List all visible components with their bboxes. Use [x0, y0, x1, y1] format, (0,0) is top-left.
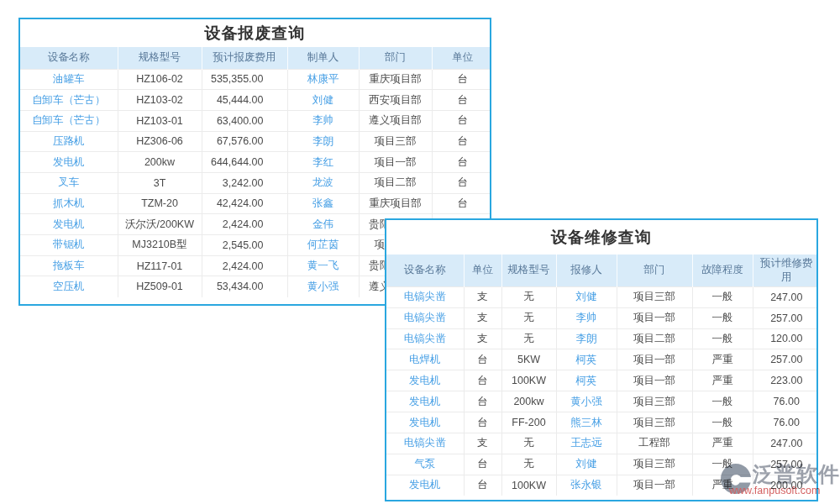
data-cell: 严重 — [692, 433, 753, 454]
data-cell: TZM-20 — [118, 193, 202, 214]
link-cell[interactable]: 自卸车（芒古） — [20, 90, 118, 111]
link-cell[interactable]: 拖板车 — [20, 255, 118, 276]
link-cell[interactable]: 发电机 — [20, 214, 118, 235]
link-cell[interactable]: 何芷茵 — [287, 235, 359, 256]
link-cell[interactable]: 刘健 — [556, 286, 617, 307]
column-header: 设备名称 — [386, 255, 464, 286]
link-cell[interactable]: 油罐车 — [20, 69, 118, 90]
link-cell[interactable]: 王志远 — [556, 433, 617, 454]
data-cell: 无 — [501, 286, 556, 307]
data-cell: 2,424.00 — [202, 214, 287, 235]
link-cell[interactable]: 发电机 — [386, 412, 464, 433]
link-cell[interactable]: 黄小强 — [287, 276, 359, 297]
data-cell: 100KW — [501, 475, 556, 496]
link-cell[interactable]: 柯英 — [556, 370, 617, 391]
table-row: 压路机HZ306-0667,576.00李朗项目三部台 — [20, 131, 491, 152]
data-cell: 支 — [464, 433, 501, 454]
data-cell: 2,545.00 — [202, 235, 287, 256]
link-cell[interactable]: 黄小强 — [556, 391, 617, 412]
link-cell[interactable]: 发电机 — [386, 391, 464, 412]
data-cell: 台 — [464, 412, 501, 433]
data-cell: 台 — [432, 110, 491, 131]
data-cell: 3,242.00 — [202, 172, 287, 193]
data-cell: 无 — [501, 433, 556, 454]
data-cell: 台 — [432, 193, 491, 214]
table-row: 自卸车（芒古）HZ103-0163,400.00李帅遵义项目部台 — [20, 110, 491, 131]
data-cell: 台 — [464, 454, 501, 475]
column-header: 规格型号 — [118, 47, 202, 69]
link-cell[interactable]: 气泵 — [386, 454, 464, 475]
data-cell: HZ509-01 — [118, 276, 202, 297]
column-header: 设备名称 — [20, 47, 118, 69]
link-cell[interactable]: 压路机 — [20, 131, 118, 152]
data-cell: 200kw — [501, 391, 556, 412]
column-header: 规格型号 — [501, 255, 556, 286]
link-cell[interactable]: 柯英 — [556, 349, 617, 370]
data-cell: 一般 — [692, 307, 753, 328]
link-cell[interactable]: 黄一飞 — [287, 255, 359, 276]
link-cell[interactable]: 发电机 — [20, 152, 118, 173]
table-row: 发电机台100KW张永银项目一部严重200.00 — [386, 475, 818, 496]
data-cell: 63,400.00 — [202, 110, 287, 131]
data-cell: 台 — [464, 391, 501, 412]
link-cell[interactable]: 发电机 — [386, 370, 464, 391]
link-cell[interactable]: 张鑫 — [287, 193, 359, 214]
data-cell: 台 — [432, 172, 491, 193]
link-cell[interactable]: 李朗 — [556, 328, 617, 349]
data-cell: 项目三部 — [617, 391, 692, 412]
data-cell: 一般 — [692, 391, 753, 412]
link-cell[interactable]: 李朗 — [287, 131, 359, 152]
data-cell: 重庆项目部 — [359, 69, 432, 90]
data-cell: 台 — [464, 475, 501, 496]
link-cell[interactable]: 电镐尖凿 — [386, 433, 464, 454]
table-row: 电镐尖凿支无刘健项目三部一般247.00 — [386, 286, 818, 307]
data-cell: HZ306-06 — [118, 131, 202, 152]
link-cell[interactable]: 电镐尖凿 — [386, 307, 464, 328]
link-cell[interactable]: 电镐尖凿 — [386, 328, 464, 349]
link-cell[interactable]: 李红 — [287, 152, 359, 173]
table-row: 发电机200kw644,644.00李红项目一部台 — [20, 152, 491, 173]
data-cell: 42,424.00 — [202, 193, 287, 214]
data-cell: 遵义项目部 — [359, 110, 432, 131]
link-cell[interactable]: 李帅 — [556, 307, 617, 328]
data-cell: 无 — [501, 454, 556, 475]
link-cell[interactable]: 空压机 — [20, 276, 118, 297]
link-cell[interactable]: 金伟 — [287, 214, 359, 235]
link-cell[interactable]: 带锯机 — [20, 235, 118, 256]
data-cell: 120.00 — [753, 328, 818, 349]
data-cell: 严重 — [692, 370, 753, 391]
link-cell[interactable]: 抓木机 — [20, 193, 118, 214]
link-cell[interactable]: 自卸车（芒古） — [20, 110, 118, 131]
link-cell[interactable]: 电焊机 — [386, 349, 464, 370]
link-cell[interactable]: 叉车 — [20, 172, 118, 193]
data-cell: 项目一部 — [359, 152, 432, 173]
data-cell: 535,355.00 — [202, 69, 287, 90]
link-cell[interactable]: 发电机 — [386, 475, 464, 496]
data-cell: 台 — [432, 152, 491, 173]
link-cell[interactable]: 刘健 — [287, 90, 359, 111]
data-cell: 西安项目部 — [359, 90, 432, 111]
data-cell: MJ3210B型 — [118, 235, 202, 256]
link-cell[interactable]: 李帅 — [287, 110, 359, 131]
data-cell: 严重 — [692, 475, 753, 496]
data-cell: 台 — [464, 370, 501, 391]
table-row: 电镐尖凿支无李帅项目一部一般257.00 — [386, 307, 818, 328]
link-cell[interactable]: 熊三林 — [556, 412, 617, 433]
link-cell[interactable]: 刘健 — [556, 454, 617, 475]
link-cell[interactable]: 龙波 — [287, 172, 359, 193]
repair-query-panel: 设备维修查询 设备名称单位规格型号报修人部门故障程度预计维修费用 电镐尖凿支无刘… — [385, 218, 818, 501]
data-cell: 一般 — [692, 412, 753, 433]
table-row: 叉车3T3,242.00龙波项目二部台 — [20, 172, 491, 193]
link-cell[interactable]: 林康平 — [287, 69, 359, 90]
data-cell: 台 — [464, 349, 501, 370]
data-cell: 工程部 — [617, 433, 692, 454]
table-row: 发电机台FF-200熊三林项目三部一般76.00 — [386, 412, 818, 433]
data-cell: 200kw — [118, 152, 202, 173]
data-cell: 项目一部 — [617, 370, 692, 391]
data-cell: 台 — [432, 69, 491, 90]
data-cell: 一般 — [692, 454, 753, 475]
link-cell[interactable]: 张永银 — [556, 475, 617, 496]
link-cell[interactable]: 电镐尖凿 — [386, 286, 464, 307]
data-cell: 2,424.00 — [202, 255, 287, 276]
data-cell: 53,434.00 — [202, 276, 287, 297]
